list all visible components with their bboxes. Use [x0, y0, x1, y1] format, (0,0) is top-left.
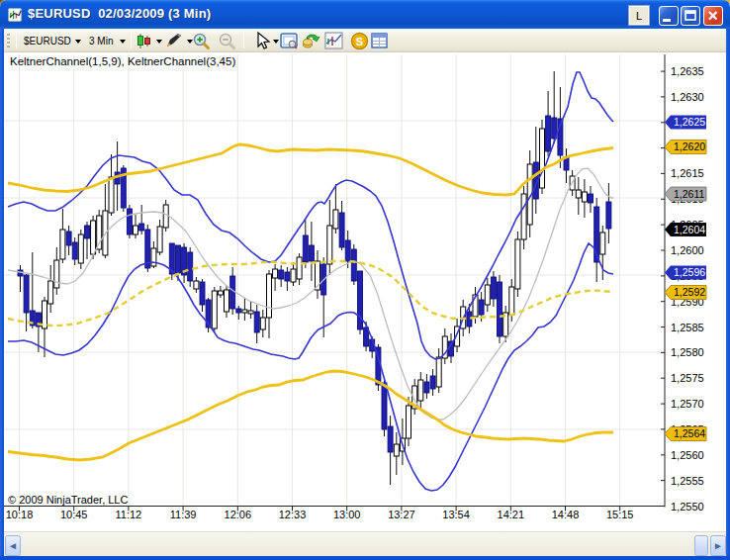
svg-text:14:21: 14:21 — [498, 509, 525, 520]
svg-text:1,2596: 1,2596 — [674, 266, 705, 278]
svg-text:1,2625: 1,2625 — [674, 116, 705, 128]
svg-text:1,2600: 1,2600 — [671, 244, 704, 256]
svg-text:12:06: 12:06 — [225, 509, 252, 520]
svg-text:13:00: 13:00 — [333, 509, 361, 520]
svg-text:S: S — [356, 36, 363, 47]
svg-text:1,2611: 1,2611 — [674, 188, 704, 200]
svg-text:1,2570: 1,2570 — [671, 398, 704, 410]
svg-text:1,2604: 1,2604 — [674, 224, 705, 235]
svg-text:14:48: 14:48 — [552, 509, 580, 520]
svg-text:1,2630: 1,2630 — [671, 91, 704, 103]
svg-text:1,2560: 1,2560 — [671, 449, 704, 461]
svg-text:KeltnerChannel(1,5,9), Keltner: KeltnerChannel(1,5,9), KeltnerChannel(3,… — [10, 55, 235, 67]
svg-text:11:39: 11:39 — [170, 509, 197, 520]
svg-text:15:15: 15:15 — [606, 509, 634, 520]
svg-text:1,2580: 1,2580 — [671, 346, 704, 358]
svg-text:1,2575: 1,2575 — [671, 372, 704, 384]
svg-text:1,2585: 1,2585 — [671, 322, 704, 333]
svg-text:12:33: 12:33 — [279, 509, 307, 520]
svg-text:1,2564: 1,2564 — [674, 427, 705, 439]
svg-text:© 2009 NinjaTrader, LLC: © 2009 NinjaTrader, LLC — [8, 494, 128, 506]
svg-text:13:54: 13:54 — [442, 509, 470, 520]
svg-text:1,2555: 1,2555 — [671, 475, 704, 487]
svg-text:1,2592: 1,2592 — [674, 286, 705, 298]
svg-text:1,2615: 1,2615 — [671, 167, 704, 179]
svg-text:1,2635: 1,2635 — [671, 65, 704, 77]
svg-text:1,2620: 1,2620 — [674, 140, 705, 152]
svg-text:1,2550: 1,2550 — [671, 501, 704, 513]
svg-text:13:27: 13:27 — [388, 509, 415, 520]
svg-text:10:45: 10:45 — [60, 509, 88, 520]
svg-text:11:12: 11:12 — [116, 509, 142, 520]
svg-text:10:18: 10:18 — [6, 509, 34, 520]
